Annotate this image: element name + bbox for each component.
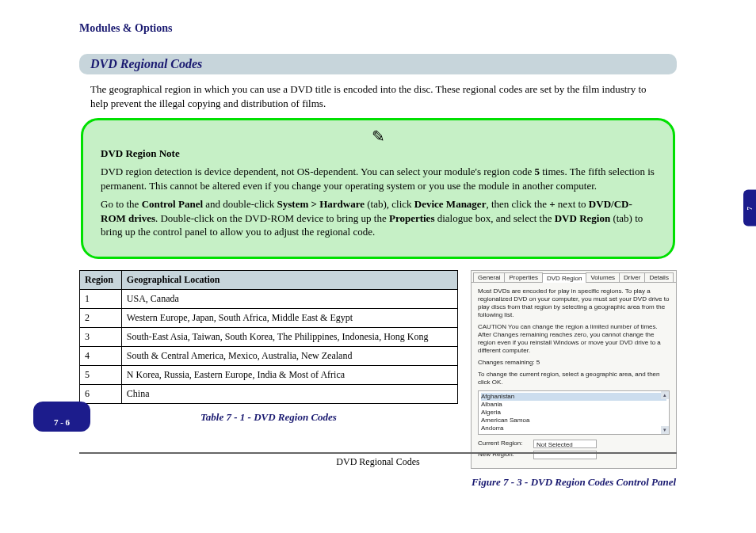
- footer-text: DVD Regional Codes: [0, 456, 756, 468]
- figure-caption: Figure 7 - 3 - DVD Region Codes Control …: [471, 475, 677, 489]
- dialog-tab[interactable]: Properties: [504, 272, 542, 282]
- dialog-instruction: To change the current region, select a g…: [478, 371, 670, 386]
- page-number-badge: 7 - 6: [33, 402, 90, 432]
- table-header-row: Region Geographical Location: [80, 270, 458, 289]
- table-row: 6China: [80, 384, 458, 403]
- note-box: ✎ DVD Region Note DVD region detection i…: [81, 118, 675, 259]
- table-caption: Table 7 - 1 - DVD Region Codes: [90, 410, 447, 424]
- table-cell: 6: [80, 384, 122, 403]
- table-cell: 3: [80, 327, 122, 346]
- table-cell: USA, Canada: [121, 289, 457, 308]
- footer-divider: [79, 452, 677, 454]
- table-row: 3South-East Asia, Taiwan, South Korea, T…: [80, 327, 458, 346]
- table-cell: 1: [80, 289, 122, 308]
- pencil-icon: ✎: [372, 128, 385, 145]
- section-title-bar: DVD Regional Codes: [79, 54, 677, 74]
- list-item[interactable]: Afghanistan: [481, 393, 666, 401]
- list-item[interactable]: Angola: [481, 432, 666, 435]
- table-row: 5N Korea, Russia, Eastern Europe, India …: [80, 365, 458, 384]
- dialog-tab[interactable]: Details: [644, 272, 673, 282]
- dialog-tab[interactable]: Driver: [619, 272, 645, 282]
- table-cell: Western Europe, Japan, South Africa, Mid…: [121, 308, 457, 327]
- scroll-up-icon[interactable]: ▴: [661, 391, 669, 399]
- table-row: 4South & Central America, Mexico, Austra…: [80, 346, 458, 365]
- breadcrumb: Modules & Options: [79, 22, 677, 35]
- table-header-region: Region: [80, 270, 122, 289]
- table-cell: South-East Asia, Taiwan, South Korea, Th…: [121, 327, 457, 346]
- dialog-tab[interactable]: General: [473, 272, 505, 282]
- note-paragraph-1: DVD region detection is device dependent…: [101, 165, 655, 192]
- table-cell: 5: [80, 365, 122, 384]
- table-cell: South & Central America, Mexico, Austral…: [121, 346, 457, 365]
- dvd-region-dialog: GeneralPropertiesDVD RegionVolumesDriver…: [471, 270, 677, 469]
- dialog-tab[interactable]: DVD Region: [542, 273, 586, 283]
- table-cell: N Korea, Russia, Eastern Europe, India &…: [121, 365, 457, 384]
- list-item[interactable]: Andorra: [481, 424, 666, 432]
- table-header-location: Geographical Location: [121, 270, 457, 289]
- current-region-label: Current Region:: [478, 440, 533, 447]
- current-region-field: Not Selected: [533, 440, 597, 448]
- dialog-tabs: GeneralPropertiesDVD RegionVolumesDriver…: [472, 271, 676, 283]
- dialog-paragraph-1: Most DVDs are encoded for play in specif…: [478, 287, 670, 319]
- dialog-changes-remaining: Changes remaining: 5: [478, 359, 670, 367]
- list-item[interactable]: American Samoa: [481, 417, 666, 424]
- table-row: 2Western Europe, Japan, South Africa, Mi…: [80, 308, 458, 327]
- list-item[interactable]: Albania: [481, 401, 666, 409]
- dialog-tab[interactable]: Volumes: [586, 272, 620, 282]
- table-row: 1USA, Canada: [80, 289, 458, 308]
- region-listbox[interactable]: ▴ AfghanistanAlbaniaAlgeriaAmerican Samo…: [478, 390, 670, 435]
- table-cell: 4: [80, 346, 122, 365]
- dialog-caution: CAUTION You can change the region a limi…: [478, 323, 670, 355]
- chapter-side-tab: 7: [743, 190, 756, 227]
- note-paragraph-2: Go to the Control Panel and double-click…: [101, 197, 655, 239]
- table-cell: 2: [80, 308, 122, 327]
- note-heading: DVD Region Note: [101, 147, 655, 160]
- scroll-down-icon[interactable]: ▾: [661, 426, 669, 434]
- intro-paragraph: The geographical region in which you can…: [90, 82, 666, 110]
- table-cell: China: [121, 384, 457, 403]
- list-item[interactable]: Algeria: [481, 409, 666, 417]
- region-table: Region Geographical Location 1USA, Canad…: [79, 270, 458, 404]
